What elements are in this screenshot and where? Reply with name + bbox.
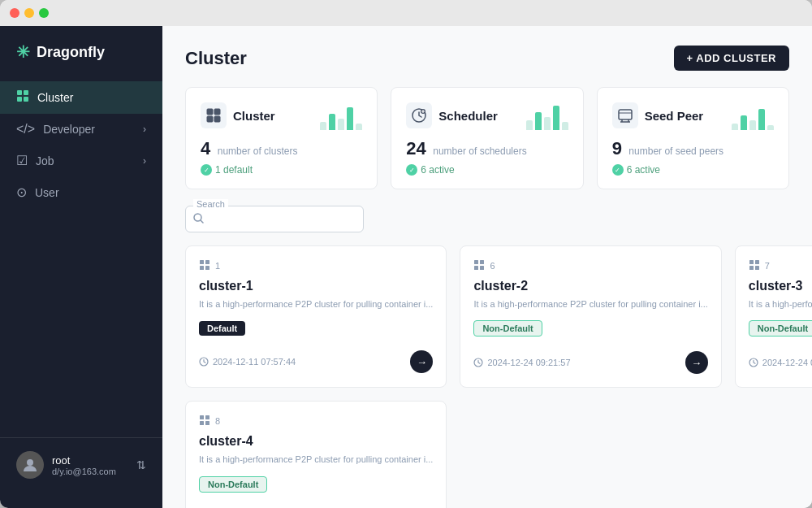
cluster-tag: Non-Default bbox=[199, 476, 267, 493]
bar bbox=[749, 120, 756, 130]
cluster-card-4: 8 cluster-4 It is a high-performance P2P… bbox=[185, 401, 447, 508]
nav-item-left: </> Developer bbox=[16, 122, 95, 137]
job-arrow-icon: › bbox=[143, 155, 146, 167]
title-bar bbox=[0, 0, 812, 26]
cluster-time-text: 2024-12-24 09:21:57 bbox=[487, 358, 570, 367]
svg-rect-28 bbox=[749, 260, 754, 264]
search-input[interactable] bbox=[185, 206, 364, 232]
bar bbox=[562, 122, 568, 130]
stat-count-row: 24 number of schedulers bbox=[406, 138, 568, 159]
seedpeer-label: number of seed peers bbox=[628, 145, 723, 157]
cluster-arrow-button[interactable]: → bbox=[410, 350, 433, 373]
svg-point-4 bbox=[27, 459, 33, 466]
nav-item-left: ☑ Job bbox=[16, 153, 54, 168]
cluster-time-text: 2024-12-24 09:22:04 bbox=[762, 358, 812, 367]
developer-nav-icon: </> bbox=[16, 122, 35, 137]
bar bbox=[732, 124, 738, 130]
seedpeer-count: 9 bbox=[612, 138, 622, 158]
cluster-badge-icon: ✓ bbox=[201, 164, 212, 176]
stat-title-row: Scheduler bbox=[406, 102, 498, 128]
cluster-stat-icon bbox=[201, 102, 227, 128]
cluster-id-icon bbox=[199, 415, 210, 428]
sidebar-item-cluster[interactable]: Cluster bbox=[0, 81, 162, 114]
cluster-label: number of clusters bbox=[218, 145, 298, 157]
cluster-footer: 2024-12-24 09:21:57 → bbox=[473, 351, 707, 374]
svg-rect-34 bbox=[205, 415, 209, 419]
cluster-nav-label: Cluster bbox=[37, 91, 73, 104]
app-window: ✳ Dragonfly Cluster bbox=[0, 0, 812, 508]
logo-icon: ✳ bbox=[16, 42, 30, 62]
search-icon bbox=[193, 213, 204, 226]
svg-rect-30 bbox=[749, 266, 754, 270]
cluster-id: 1 bbox=[199, 259, 433, 272]
svg-rect-33 bbox=[200, 415, 204, 419]
add-cluster-button[interactable]: + ADD CLUSTER bbox=[674, 46, 789, 71]
svg-rect-35 bbox=[200, 421, 204, 425]
cluster-id: 8 bbox=[199, 415, 433, 428]
cluster-badge: ✓ 1 default bbox=[201, 164, 362, 176]
cluster-footer: 2024-12-11 07:57:44 → bbox=[199, 350, 433, 373]
cluster-stat-name: Cluster bbox=[233, 109, 275, 123]
developer-arrow-icon: › bbox=[143, 124, 146, 135]
cluster-tag: Non-Default bbox=[473, 320, 542, 336]
cluster-arrow-button[interactable]: → bbox=[685, 351, 708, 374]
cluster-id-icon bbox=[749, 259, 760, 272]
cluster-name: cluster-1 bbox=[199, 279, 433, 293]
bar bbox=[535, 112, 542, 130]
maximize-dot[interactable] bbox=[39, 8, 49, 18]
svg-rect-19 bbox=[205, 260, 209, 264]
cluster-nav-icon bbox=[16, 89, 29, 106]
scheduler-badge-text: 6 active bbox=[421, 164, 454, 176]
scheduler-stat-name: Scheduler bbox=[438, 109, 498, 123]
cluster-desc: It is a high-performance P2P cluster for… bbox=[199, 454, 433, 466]
cluster-time: 2024-12-24 09:22:04 bbox=[749, 358, 812, 367]
bar bbox=[741, 115, 747, 130]
nav-item-left: Cluster bbox=[16, 89, 73, 106]
logo-text: Dragonfly bbox=[37, 44, 105, 61]
close-dot[interactable] bbox=[10, 8, 19, 18]
seedpeer-stat-card: Seed Peer 9 number of seed peers bbox=[597, 87, 789, 189]
user-toggle-icon[interactable]: ⇅ bbox=[136, 458, 146, 471]
stat-header: Cluster bbox=[201, 101, 362, 130]
stat-count-row: 4 number of clusters bbox=[201, 138, 362, 159]
cluster-name: cluster-4 bbox=[199, 434, 433, 449]
bar bbox=[526, 120, 533, 130]
user-email: d/y.io@163.com bbox=[52, 467, 128, 476]
cluster-card-3: 7 cluster-3 It is a high-performance P2P… bbox=[735, 245, 812, 388]
search-section: Search bbox=[185, 206, 789, 232]
cluster-id: 7 bbox=[749, 259, 812, 272]
sidebar-item-developer[interactable]: </> Developer › bbox=[0, 114, 162, 145]
svg-line-17 bbox=[201, 220, 203, 223]
scheduler-badge: ✓ 6 active bbox=[406, 164, 568, 176]
main-content: Cluster + ADD CLUSTER bbox=[162, 26, 812, 508]
cluster-id-icon bbox=[199, 259, 210, 272]
sidebar-item-user[interactable]: ⊙ User bbox=[0, 176, 162, 208]
svg-rect-36 bbox=[205, 421, 209, 425]
svg-rect-3 bbox=[24, 97, 28, 102]
cluster-desc: It is a high-performance P2P cluster for… bbox=[473, 298, 707, 310]
cluster-stat-card: Cluster 4 number of clusters bbox=[185, 87, 378, 189]
page-header: Cluster + ADD CLUSTER bbox=[185, 46, 789, 71]
cluster-card-2: 6 cluster-2 It is a high-performance P2P… bbox=[460, 245, 721, 388]
seedpeer-stat-icon bbox=[612, 102, 638, 128]
user-nav-label: User bbox=[35, 186, 59, 199]
svg-rect-23 bbox=[474, 260, 478, 264]
sidebar-item-job[interactable]: ☑ Job › bbox=[0, 145, 162, 176]
stat-count-row: 9 number of seed peers bbox=[612, 138, 774, 159]
bar bbox=[553, 106, 559, 130]
cluster-id-text: 7 bbox=[765, 261, 770, 271]
seedpeer-stat-name: Seed Peer bbox=[645, 109, 704, 123]
cluster-id: 6 bbox=[473, 259, 707, 272]
bar bbox=[329, 114, 335, 130]
svg-rect-8 bbox=[214, 116, 220, 122]
svg-rect-26 bbox=[480, 266, 484, 270]
minimize-dot[interactable] bbox=[24, 8, 34, 18]
scheduler-stat-card: Scheduler 24 number of schedulers bbox=[391, 87, 583, 189]
sidebar-user: root d/y.io@163.com ⇅ bbox=[0, 437, 162, 492]
svg-rect-31 bbox=[755, 266, 759, 270]
seedpeer-badge-icon: ✓ bbox=[612, 164, 624, 176]
svg-rect-29 bbox=[755, 260, 759, 264]
scheduler-badge-icon: ✓ bbox=[406, 164, 417, 176]
stat-title-row: Seed Peer bbox=[612, 102, 704, 128]
svg-rect-0 bbox=[17, 90, 22, 95]
